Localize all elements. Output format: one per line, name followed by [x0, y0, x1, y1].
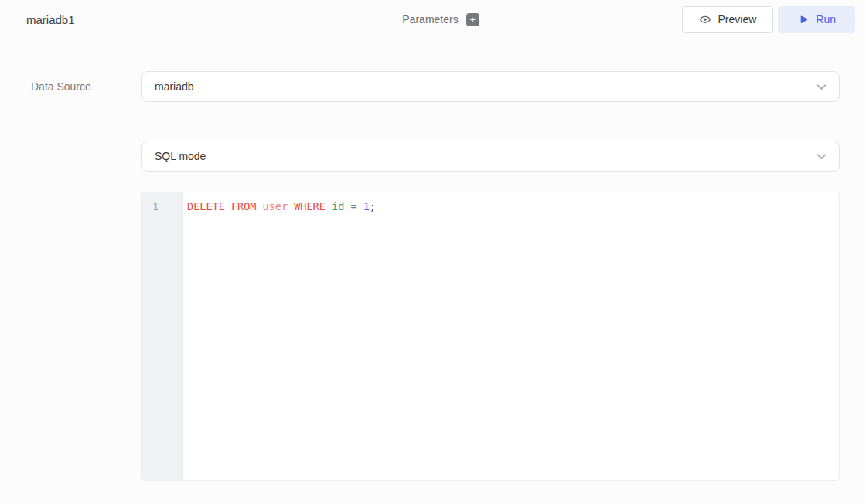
query-title[interactable]: mariadb1: [26, 13, 75, 26]
editor-gutter: 1: [142, 192, 183, 480]
add-parameter-button[interactable]: +: [466, 13, 479, 26]
query-form: Data Source mariadb SQL mode: [0, 39, 866, 481]
parameters-label: Parameters: [402, 13, 458, 26]
data-source-label: Data Source: [31, 71, 141, 102]
header-actions: Preview Run: [479, 6, 855, 33]
sql-editor[interactable]: 1 DELETE FROM user WHERE id = 1;: [141, 192, 840, 481]
mode-label-spacer: [31, 141, 141, 172]
query-header: mariadb1 Parameters + Preview: [0, 0, 866, 39]
preview-button[interactable]: Preview: [682, 6, 774, 33]
line-number: 1: [142, 199, 182, 214]
play-icon: [797, 14, 809, 26]
query-mode-value: SQL mode: [155, 150, 206, 162]
eye-icon: [699, 13, 711, 26]
query-editor-pane: mariadb1 Parameters + Preview: [0, 0, 866, 481]
preview-button-label: Preview: [718, 13, 757, 26]
query-mode-select[interactable]: SQL mode: [141, 141, 840, 172]
data-source-value: mariadb: [155, 80, 194, 93]
parameters-section: Parameters +: [402, 13, 479, 26]
run-button[interactable]: Run: [778, 6, 855, 33]
plus-icon: +: [469, 14, 476, 26]
chevron-down-icon: [815, 80, 828, 94]
editor-label-spacer: [31, 192, 141, 481]
editor-code-line[interactable]: DELETE FROM user WHERE id = 1;: [183, 192, 839, 480]
editor-row: 1 DELETE FROM user WHERE id = 1;: [31, 192, 840, 481]
run-button-label: Run: [816, 13, 836, 26]
data-source-row: Data Source mariadb: [31, 71, 840, 102]
data-source-select[interactable]: mariadb: [141, 71, 840, 102]
header-left: mariadb1: [26, 13, 402, 26]
chevron-down-icon: [815, 150, 828, 163]
pane-divider: [861, 0, 866, 504]
mode-row: SQL mode: [31, 141, 840, 172]
